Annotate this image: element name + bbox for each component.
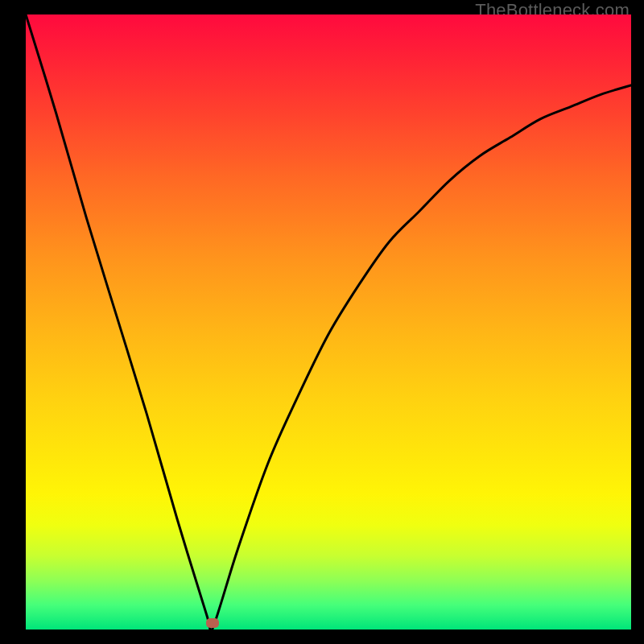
chart-curve bbox=[26, 14, 631, 630]
curve-path bbox=[26, 14, 631, 630]
chart-frame bbox=[26, 14, 631, 630]
minimum-marker bbox=[206, 618, 219, 628]
